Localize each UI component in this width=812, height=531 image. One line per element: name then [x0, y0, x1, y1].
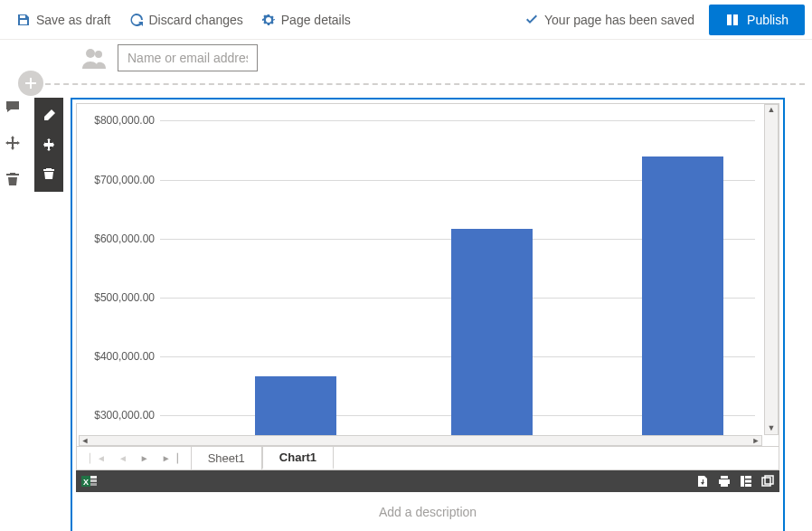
y-tick-label: $700,000.00	[94, 174, 155, 186]
svg-point-0	[86, 49, 95, 58]
svg-rect-10	[745, 476, 751, 479]
move-webpart-button[interactable]	[42, 137, 56, 152]
svg-rect-7	[90, 479, 97, 482]
svg-rect-11	[745, 480, 751, 483]
bars	[160, 108, 755, 435]
discard-icon	[129, 13, 144, 27]
print-button[interactable]	[718, 475, 731, 488]
move-tool[interactable]	[5, 136, 22, 152]
sheet-nav: ▏◄ ◄ ► ►▕	[77, 453, 191, 463]
webpart-body: $800,000.00 $700,000.00 $600,000.00 $500…	[71, 98, 785, 531]
svg-rect-6	[90, 476, 97, 479]
horizontal-scrollbar[interactable]: ◄ ►	[79, 435, 762, 446]
save-icon	[16, 13, 31, 27]
description-input[interactable]: Add a description	[72, 492, 783, 531]
publish-label: Publish	[747, 13, 788, 27]
people-picker	[80, 40, 812, 80]
gear-icon	[261, 13, 276, 27]
excel-footer: X	[76, 470, 779, 492]
edit-webpart-button[interactable]	[42, 109, 56, 123]
svg-rect-9	[741, 476, 744, 487]
fullscreen-button[interactable]	[761, 475, 774, 488]
y-tick-label: $300,000.00	[94, 409, 155, 422]
check-icon	[524, 13, 539, 27]
avatar-placeholder-icon	[80, 43, 109, 72]
delete-webpart-button[interactable]	[42, 166, 56, 181]
discard-label: Discard changes	[149, 13, 243, 27]
scroll-right-icon[interactable]: ►	[751, 436, 761, 445]
save-status: Your page has been saved	[515, 5, 703, 34]
excel-logo-icon: X	[81, 474, 98, 488]
sheet-tabs: ▏◄ ◄ ► ►▕ Sheet1 Chart1	[76, 447, 779, 470]
download-button[interactable]	[696, 475, 709, 488]
y-tick-label: $600,000.00	[94, 232, 155, 245]
dashed-divider	[36, 83, 805, 85]
vertical-scrollbar[interactable]: ▲ ▼	[764, 104, 779, 435]
add-section-button[interactable]	[18, 71, 43, 96]
save-status-label: Your page has been saved	[544, 13, 694, 27]
y-tick-label: $800,000.00	[94, 114, 155, 127]
svg-rect-8	[90, 483, 97, 486]
page-tools	[5, 100, 22, 188]
scroll-left-icon[interactable]: ◄	[80, 436, 90, 445]
delete-tool[interactable]	[5, 172, 22, 188]
svg-text:X: X	[83, 478, 89, 487]
y-axis-labels: $800,000.00 $700,000.00 $600,000.00 $500…	[77, 108, 160, 435]
command-bar: Save as draft Discard changes Page detai…	[0, 0, 812, 40]
svg-point-1	[95, 51, 102, 58]
discard-button[interactable]: Discard changes	[120, 5, 252, 34]
svg-rect-12	[745, 484, 751, 487]
sheet-nav-last-icon[interactable]: ►▕	[162, 453, 178, 463]
save-draft-button[interactable]: Save as draft	[7, 5, 120, 34]
webpart-toolbar	[34, 98, 63, 192]
comment-tool[interactable]	[5, 100, 22, 116]
y-tick-label: $400,000.00	[94, 350, 155, 363]
chart-area: $800,000.00 $700,000.00 $600,000.00 $500…	[77, 108, 762, 435]
bar-2	[451, 229, 533, 435]
webpart-wrapper: $800,000.00 $700,000.00 $600,000.00 $500…	[34, 98, 785, 531]
page-details-button[interactable]: Page details	[252, 5, 360, 34]
plus-icon	[24, 77, 37, 90]
bar-3	[642, 156, 723, 435]
page-details-label: Page details	[281, 13, 351, 27]
scroll-down-icon[interactable]: ▼	[765, 423, 778, 434]
sheet-nav-next-icon[interactable]: ►	[140, 453, 149, 463]
sheet-nav-prev-icon[interactable]: ◄	[118, 453, 127, 463]
people-input[interactable]	[118, 44, 258, 71]
tab-sheet1[interactable]: Sheet1	[191, 447, 262, 469]
tab-chart1[interactable]: Chart1	[262, 447, 334, 469]
y-tick-label: $500,000.00	[94, 291, 155, 304]
publish-icon	[725, 13, 740, 27]
sheet-nav-first-icon[interactable]: ▏◄	[90, 453, 106, 463]
chart-viewport: $800,000.00 $700,000.00 $600,000.00 $500…	[76, 103, 779, 447]
publish-button[interactable]: Publish	[709, 5, 805, 35]
save-draft-label: Save as draft	[36, 13, 111, 27]
section-divider	[36, 83, 805, 85]
bar-1	[255, 376, 336, 435]
scroll-up-icon[interactable]: ▲	[765, 105, 778, 116]
svg-rect-3	[25, 82, 36, 84]
data-view-button[interactable]	[740, 475, 752, 488]
